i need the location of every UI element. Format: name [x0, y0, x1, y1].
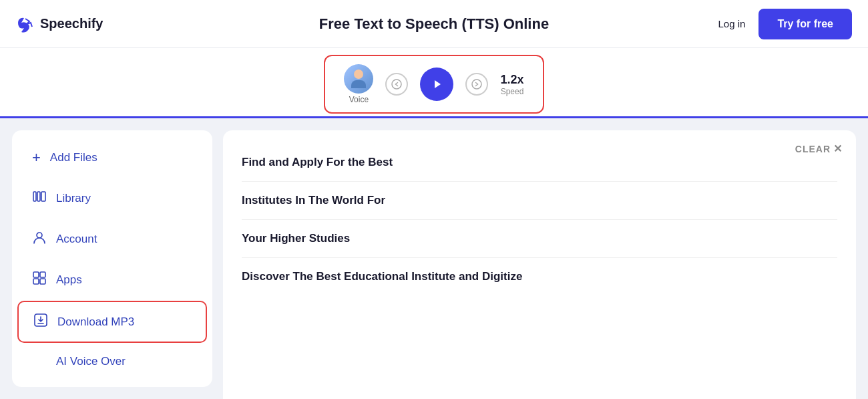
- header: Speechify Free Text to Speech (TTS) Onli…: [0, 0, 868, 48]
- avatar-head: [354, 70, 363, 79]
- content-line-2: Institutes In The World For: [242, 182, 837, 220]
- voice-avatar[interactable]: [344, 64, 373, 94]
- svg-point-6: [37, 233, 42, 238]
- sidebar-item-download-mp3[interactable]: Download MP3: [17, 301, 207, 343]
- svg-rect-9: [33, 279, 39, 284]
- avatar-body: [351, 80, 366, 88]
- page-title: Free Text to Speech (TTS) Online: [319, 15, 549, 33]
- content-area: CLEAR ✕ Find and Apply For the Best Inst…: [223, 130, 856, 399]
- content-line-1: Find and Apply For the Best: [242, 144, 837, 182]
- play-button[interactable]: [420, 68, 453, 101]
- clear-label: CLEAR: [795, 144, 831, 154]
- library-icon: [32, 189, 47, 207]
- svg-point-0: [392, 80, 401, 89]
- logo-area: Speechify: [16, 15, 103, 33]
- svg-rect-5: [41, 192, 45, 201]
- sidebar-label-apps: Apps: [56, 273, 82, 287]
- sidebar: + Add Files Library Account: [12, 130, 212, 387]
- sidebar-item-account[interactable]: Account: [17, 219, 207, 259]
- play-icon: [430, 78, 443, 91]
- login-button[interactable]: Log in: [718, 18, 746, 29]
- content-line-4: Discover The Best Educational Institute …: [242, 258, 837, 295]
- try-free-button[interactable]: Try for free: [758, 9, 852, 39]
- download-icon: [33, 313, 48, 331]
- sidebar-label-account: Account: [56, 233, 97, 246]
- clear-x-icon: ✕: [833, 142, 843, 155]
- sidebar-label-ai-voice-over: AI Voice Over: [32, 355, 126, 368]
- rewind-icon: [391, 79, 402, 90]
- speechify-logo-icon: [16, 15, 35, 33]
- account-icon: [32, 230, 47, 248]
- rewind-button[interactable]: [385, 73, 408, 96]
- sidebar-item-apps[interactable]: Apps: [17, 260, 207, 299]
- header-actions: Log in Try for free: [718, 9, 852, 39]
- svg-rect-8: [40, 272, 45, 277]
- voice-section: Voice: [344, 64, 373, 104]
- forward-button[interactable]: [465, 73, 488, 96]
- svg-rect-10: [40, 279, 45, 284]
- logo-text: Speechify: [40, 16, 103, 31]
- main-layout: + Add Files Library Account: [0, 118, 868, 399]
- speed-section[interactable]: 1.2x Speed: [500, 73, 523, 96]
- add-icon: +: [32, 149, 41, 166]
- forward-icon: [471, 79, 482, 90]
- sidebar-item-ai-voice-over[interactable]: AI Voice Over: [17, 344, 207, 379]
- player-bar: Voice 1.2x Speed: [324, 55, 544, 114]
- sidebar-item-library[interactable]: Library: [17, 178, 207, 218]
- clear-button[interactable]: CLEAR ✕: [795, 142, 843, 155]
- svg-point-2: [472, 80, 481, 89]
- speed-label: Speed: [501, 87, 524, 96]
- player-bar-wrapper: Voice 1.2x Speed: [0, 48, 868, 118]
- sidebar-label-library: Library: [56, 192, 91, 205]
- svg-marker-1: [435, 80, 441, 88]
- sidebar-item-add-files[interactable]: + Add Files: [17, 138, 207, 177]
- sidebar-label-add-files: Add Files: [50, 151, 97, 164]
- apps-icon: [32, 271, 47, 289]
- svg-rect-4: [37, 192, 40, 201]
- svg-rect-7: [33, 272, 39, 277]
- sidebar-label-download-mp3: Download MP3: [57, 315, 134, 329]
- svg-rect-3: [33, 192, 36, 201]
- speed-value: 1.2x: [500, 73, 523, 87]
- voice-label: Voice: [349, 95, 369, 104]
- content-line-3: Your Higher Studies: [242, 220, 837, 258]
